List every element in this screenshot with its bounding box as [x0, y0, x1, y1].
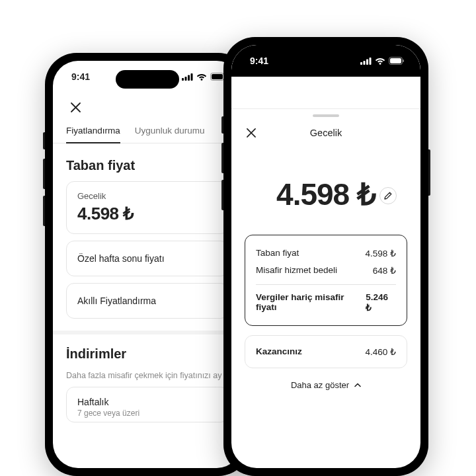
svg-rect-1 [185, 77, 187, 81]
phone-pricing: 9:41 Fiyatlandırma Uygunluk durumu Taban… [45, 53, 250, 476]
cellular-icon [182, 73, 193, 81]
volume-button [221, 116, 223, 134]
service-fee-value: 648 ₺ [373, 265, 396, 276]
dynamic-island [116, 70, 179, 89]
price-breakdown: Taban fiyat 4.598 ₺ Misafir hizmet bedel… [245, 235, 407, 326]
show-less-button[interactable]: Daha az göster [231, 368, 420, 390]
svg-rect-9 [366, 59, 368, 65]
status-icons [360, 57, 405, 65]
earnings-value: 4.460 ₺ [365, 346, 396, 357]
volume-button [43, 132, 45, 149]
wifi-icon [375, 58, 385, 65]
base-price-value: 4.598 ₺ [365, 248, 396, 258]
close-button[interactable] [242, 124, 260, 142]
svg-rect-2 [188, 75, 190, 81]
weekend-price-card[interactable]: Özel hafta sonu fiyatı [66, 241, 229, 276]
volume-button [221, 143, 223, 173]
hero-price-amount: 4.598 ₺ [276, 177, 376, 212]
base-price-label: Taban fiyat [256, 248, 299, 258]
discounts-heading: İndirimler [53, 335, 242, 370]
svg-rect-3 [191, 73, 193, 81]
cellular-icon [360, 58, 372, 65]
weekly-sublabel: 7 gece veya üzeri [77, 409, 218, 418]
weekend-price-label: Özel hafta sonu fiyatı [77, 253, 165, 264]
hero-price: 4.598 ₺ [231, 149, 420, 216]
battery-icon [389, 57, 405, 65]
nightly-label: Gecelik [77, 191, 218, 201]
breakdown-divider [256, 284, 396, 285]
tab-availability[interactable]: Uygunluk durumu [135, 126, 205, 143]
close-icon [71, 102, 81, 112]
topbar [53, 93, 242, 122]
svg-rect-10 [370, 58, 372, 65]
nightly-price: 4.598 ₺ [77, 204, 218, 224]
weekly-label: Haftalık [77, 397, 218, 407]
svg-rect-12 [390, 58, 401, 63]
sheet-title: Gecelik [268, 128, 383, 138]
svg-rect-7 [360, 62, 362, 65]
power-button [428, 149, 430, 196]
edit-price-button[interactable] [379, 187, 397, 204]
row-service-fee: Misafir hizmet bedeli 648 ₺ [256, 262, 396, 279]
status-bar: 9:41 [231, 45, 420, 77]
weekly-discount-card[interactable]: Haftalık 7 gece veya üzeri [66, 387, 229, 422]
row-guest-total: Vergiler hariç misafir fiyatı 5.246 ₺ [256, 289, 396, 316]
svg-rect-0 [182, 78, 184, 81]
wifi-icon [196, 73, 207, 81]
volume-button [221, 180, 223, 210]
svg-rect-8 [364, 61, 366, 65]
status-icons [182, 73, 226, 81]
svg-rect-13 [403, 60, 405, 62]
sheet: Gecelik 4.598 ₺ Taban fiyat 4.598 ₺ Misa… [231, 108, 420, 390]
earnings-label: Kazancınız [256, 346, 302, 357]
guest-total-label: Vergiler hariç misafir fiyatı [256, 292, 366, 313]
smart-pricing-label: Akıllı Fiyatlandırma [77, 296, 156, 306]
discounts-subtext: Daha fazla misafir çekmek için fiyatınız… [53, 370, 242, 387]
volume-button [43, 159, 45, 189]
service-fee-label: Misafir hizmet bedeli [256, 265, 337, 276]
close-button[interactable] [66, 98, 85, 116]
base-price-heading: Taban fiyat [53, 143, 242, 181]
show-less-label: Daha az göster [291, 380, 349, 390]
sheet-handle[interactable] [313, 114, 339, 117]
svg-rect-5 [212, 74, 223, 79]
phone-breakdown: 9:41 Gecelik 4.598 ₺ [223, 37, 428, 476]
pencil-icon [384, 192, 392, 200]
status-time: 9:41 [250, 56, 268, 66]
status-time: 9:41 [71, 71, 90, 82]
close-icon [247, 128, 256, 138]
earnings-box: Kazancınız 4.460 ₺ [245, 335, 407, 368]
tab-pricing[interactable]: Fiyatlandırma [66, 126, 120, 143]
volume-button [43, 196, 45, 226]
smart-pricing-card[interactable]: Akıllı Fiyatlandırma [66, 283, 229, 319]
row-base-price: Taban fiyat 4.598 ₺ [256, 245, 396, 262]
guest-total-value: 5.246 ₺ [366, 292, 396, 313]
chevron-up-icon [354, 383, 361, 387]
nightly-price-card[interactable]: Gecelik 4.598 ₺ [66, 181, 229, 234]
tabs: Fiyatlandırma Uygunluk durumu [53, 122, 242, 143]
